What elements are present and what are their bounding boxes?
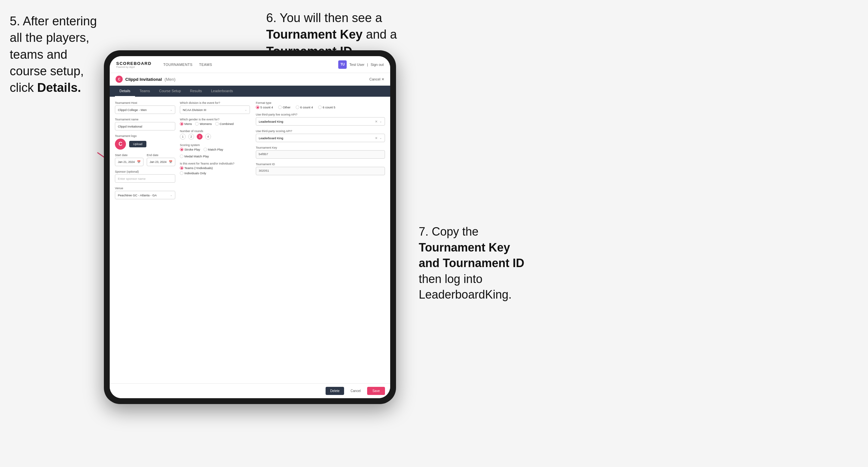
cancel-button[interactable]: Cancel (347, 387, 365, 395)
format-6c4-radio[interactable] (296, 105, 299, 109)
tournament-host-input[interactable]: Clippd College - Men ⌄ (115, 105, 175, 114)
scoring-medal-match[interactable]: Medal Match Play (180, 154, 209, 158)
round-2[interactable]: 2 (188, 134, 194, 139)
logo-upload-area: C Upload (115, 138, 175, 150)
individuals-only[interactable]: Individuals Only (180, 172, 206, 175)
gender-options: Mens Womens Combined (180, 122, 250, 126)
third-party1-group: Use third-party live scoring API? Leader… (256, 113, 385, 126)
start-date-group: Start date Jan 21, 2024 📅 (115, 154, 144, 166)
format-other[interactable]: Other (278, 105, 290, 109)
format-5c4-radio[interactable] (256, 105, 259, 109)
mens-radio[interactable] (180, 122, 183, 126)
logo-area: SCOREBOARD Powered by clippd (116, 61, 152, 68)
separator: | (367, 63, 368, 66)
tournament-name-input[interactable]: Clippd Invitational (115, 122, 175, 130)
header-right: TU Test User | Sign out (338, 60, 384, 69)
teams-radio[interactable] (180, 166, 183, 170)
format-5count4[interactable]: 5 count 4 (256, 105, 273, 109)
dropdown-arrow-1: ⌄ (379, 120, 382, 123)
gender-womens[interactable]: Womens (195, 122, 212, 126)
venue-input[interactable]: Peachtree GC - Atlanta - GA ⌄ (115, 191, 175, 199)
step7-text: 7. Copy theTournament Keyand Tournament … (419, 225, 524, 301)
combined-radio[interactable] (215, 122, 219, 126)
end-date-label: End date (147, 154, 175, 157)
tabs-bar: Details Teams Course Setup Results Leade… (110, 86, 390, 97)
format-6c5-radio[interactable] (318, 105, 322, 109)
round-3[interactable]: 3 (197, 134, 203, 139)
teams-plus-individuals[interactable]: Teams (+Individuals) (180, 166, 213, 170)
tab-details[interactable]: Details (115, 86, 135, 97)
tournament-logo-label: Tournament logo (115, 134, 175, 137)
step7-annotation: 7. Copy theTournament Keyand Tournament … (419, 224, 555, 303)
form-area: Tournament Host Clippd College - Men ⌄ T… (110, 97, 390, 383)
tournament-gender: (Men) (164, 77, 176, 82)
user-name: Test User (349, 63, 364, 66)
delete-button[interactable]: Delete (326, 387, 344, 395)
header-left: SCOREBOARD Powered by clippd TOURNAMENTS… (116, 61, 212, 68)
tab-course-setup[interactable]: Course Setup (155, 86, 185, 97)
tournament-host-label: Tournament Host (115, 101, 175, 104)
calendar-icon: 📅 (137, 160, 141, 163)
tab-results[interactable]: Results (185, 86, 207, 97)
gender-label: Which gender is the event for? (180, 118, 250, 121)
cancel-link[interactable]: Cancel ✕ (369, 77, 384, 82)
step5-text: 5. After enteringall the players,teams a… (10, 14, 97, 94)
gender-group: Which gender is the event for? Mens Wome… (180, 118, 250, 126)
tournament-name-group: Tournament name Clippd Invitational (115, 118, 175, 130)
dropdown-arrow-2: ⌄ (379, 136, 382, 139)
womens-radio[interactable] (195, 122, 199, 126)
end-date-group: End date Jan 23, 2024 📅 (147, 154, 175, 166)
clear-btn-1[interactable]: ✕ (375, 120, 377, 123)
round-1[interactable]: 1 (180, 134, 186, 139)
sponsor-label: Sponsor (optional) (115, 170, 175, 173)
tournament-id-label: Tournament ID (256, 163, 385, 166)
tournament-name-label: Tournament name (115, 118, 175, 121)
round-options: 1 2 3 4 (180, 134, 250, 139)
upload-button[interactable]: Upload (129, 141, 146, 147)
logo-preview: C (115, 138, 126, 150)
division-label: Which division is the event for? (180, 101, 250, 104)
save-button[interactable]: Save (367, 387, 385, 395)
teams-label: Is this event for Teams and/or Individua… (180, 162, 250, 165)
third-party2-label: Use third-party scoring API? (256, 129, 385, 133)
division-input[interactable]: NCAA Division III ⌄ (180, 105, 250, 114)
tournament-icon: C (116, 75, 123, 83)
scoring-stroke[interactable]: Stroke Play (180, 148, 200, 151)
third-party2-input[interactable]: Leaderboard King ✕ ⌄ (256, 134, 385, 142)
clear-btn-2[interactable]: ✕ (375, 136, 377, 140)
round-4[interactable]: 4 (205, 134, 211, 139)
action-bar: Delete Cancel Save (110, 383, 390, 398)
division-group: Which division is the event for? NCAA Di… (180, 101, 250, 114)
third-party1-input[interactable]: Leaderboard King ✕ ⌄ (256, 117, 385, 126)
individuals-radio[interactable] (180, 172, 183, 175)
dropdown-arrow: ⌄ (170, 108, 173, 111)
medal-match-radio[interactable] (180, 154, 183, 158)
sponsor-input[interactable]: Enter sponsor name (115, 174, 175, 183)
format-6count5[interactable]: 6 count 5 (318, 105, 335, 109)
stroke-radio[interactable] (180, 148, 183, 151)
user-avatar: TU (338, 60, 347, 69)
gender-mens[interactable]: Mens (180, 122, 192, 126)
format-other-radio[interactable] (278, 105, 282, 109)
rounds-group: Number of rounds 1 2 3 4 (180, 129, 250, 139)
nav-teams[interactable]: TEAMS (199, 63, 212, 66)
scoring-options: Stroke Play Match Play Medal Match Play (180, 148, 250, 158)
format-label: Format type (256, 101, 385, 104)
end-date-input[interactable]: Jan 23, 2024 📅 (147, 158, 175, 166)
match-radio[interactable] (204, 148, 207, 151)
start-date-input[interactable]: Jan 21, 2024 📅 (115, 158, 144, 166)
sign-out-link[interactable]: Sign out (371, 63, 384, 66)
tournament-id-group: Tournament ID 302051 (256, 163, 385, 175)
gender-combined[interactable]: Combined (215, 122, 234, 126)
left-column: Tournament Host Clippd College - Men ⌄ T… (115, 101, 180, 379)
scoring-match[interactable]: Match Play (204, 148, 223, 151)
tab-teams[interactable]: Teams (135, 86, 155, 97)
tab-leaderboards[interactable]: Leaderboards (207, 86, 238, 97)
tournament-host-group: Tournament Host Clippd College - Men ⌄ (115, 101, 175, 114)
app-header: SCOREBOARD Powered by clippd TOURNAMENTS… (110, 56, 390, 73)
tournament-key-value: b4f8b7 (256, 150, 385, 159)
tablet-screen: SCOREBOARD Powered by clippd TOURNAMENTS… (110, 56, 390, 398)
tournament-name: Clippd Invitational (125, 77, 162, 82)
format-6count4[interactable]: 6 count 4 (296, 105, 313, 109)
nav-tournaments[interactable]: TOURNAMENTS (163, 63, 192, 66)
